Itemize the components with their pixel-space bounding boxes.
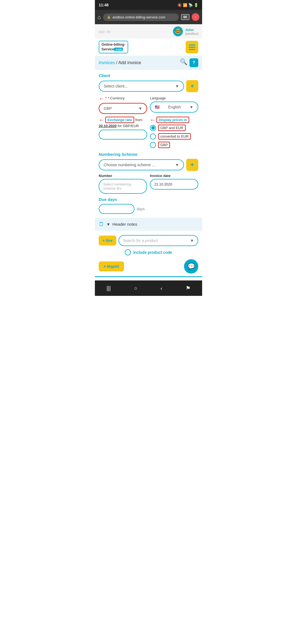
language-value: English bbox=[168, 105, 181, 109]
exchange-section: ← Exchange rate from 20.10.2020 for GBP/… bbox=[99, 117, 198, 148]
menu-button[interactable] bbox=[186, 41, 198, 53]
url-bar[interactable]: 🔒 andbox.online-billing-service.com bbox=[103, 13, 179, 21]
currency-select[interactable]: GBP ▼ bbox=[99, 103, 147, 114]
exchange-date: 20.10.2020 for GBP/EUR bbox=[99, 124, 147, 128]
chat-bubble-button[interactable]: 💬 bbox=[184, 259, 198, 274]
language-label: Language bbox=[150, 96, 166, 100]
add-line-row: + line Search for a product ▼ bbox=[99, 235, 198, 246]
product-search-placeholder: Search for a product bbox=[123, 238, 158, 243]
notes-chevron-icon: ▼ bbox=[106, 222, 110, 227]
numbering-select[interactable]: Choose numbering scheme ... ▼ bbox=[99, 159, 184, 170]
add-line-button[interactable]: + line bbox=[99, 236, 116, 245]
product-search-dropdown[interactable]: Search for a product ▼ bbox=[119, 235, 198, 246]
days-suffix: days bbox=[137, 207, 145, 211]
breadcrumb-invoices-link[interactable]: Invoices bbox=[99, 60, 115, 65]
numbering-label: Numbering Scheme bbox=[99, 152, 198, 157]
add-numbering-button[interactable]: + bbox=[186, 159, 198, 171]
radio-converted-eur[interactable]: converted to EUR bbox=[150, 133, 198, 140]
radio-gbp-eur-circle bbox=[150, 125, 156, 131]
language-select[interactable]: 🇺🇸 English ▼ bbox=[150, 102, 198, 113]
breadcrumb-separator: / bbox=[116, 60, 117, 65]
product-code-radio[interactable] bbox=[125, 249, 131, 255]
add-client-button[interactable]: + bbox=[186, 80, 198, 92]
radio-gbp-eur[interactable]: GBP and EUR bbox=[150, 125, 198, 131]
number-field: Select numbering scheme firs bbox=[99, 179, 147, 194]
add-line-label: + line bbox=[103, 238, 112, 243]
logo: Online-billing-Service.com bbox=[99, 41, 128, 53]
nav-person-icon[interactable]: ⚑ bbox=[186, 285, 191, 291]
search-icon[interactable]: 🔍 bbox=[180, 58, 187, 67]
status-icons: 🔇 📶 📡 🔋 bbox=[177, 3, 198, 7]
product-code-label: include product code bbox=[133, 250, 172, 255]
import-button[interactable]: + Import bbox=[99, 261, 124, 271]
number-date-row: Number Select numbering scheme firs Invo… bbox=[99, 174, 198, 194]
exchange-rate-input[interactable] bbox=[99, 130, 147, 140]
status-time: 11:48 bbox=[99, 3, 109, 7]
radio-gbp[interactable]: GBP bbox=[150, 142, 198, 148]
add-client-icon: + bbox=[191, 83, 194, 90]
breadcrumb-current: Add invoice bbox=[118, 60, 141, 65]
product-search-chevron-icon: ▼ bbox=[190, 238, 194, 243]
client-select[interactable]: Select client... ▼ bbox=[99, 81, 184, 92]
breadcrumb-actions: 🔍 ? bbox=[180, 58, 198, 67]
date-col: Invoice date 21.10.2020 bbox=[150, 174, 198, 194]
currency-value: GBP bbox=[104, 106, 112, 111]
browser-actions: 66 ↑ bbox=[181, 13, 199, 21]
client-chevron-icon: ▼ bbox=[175, 84, 179, 88]
due-days-label: Due days bbox=[99, 197, 198, 202]
add-numbering-icon: + bbox=[191, 161, 194, 168]
breadcrumb-row: Invoices / Add invoice 🔍 ? bbox=[95, 56, 202, 70]
radio-gbp-circle bbox=[150, 142, 156, 148]
display-prices-col: ← Display prices in GBP and EUR converte… bbox=[150, 117, 198, 148]
arrow-exchange-icon: ← bbox=[99, 117, 104, 123]
exchange-rate-label: Exchange rate bbox=[105, 117, 134, 123]
logo-row: Online-billing-Service.com bbox=[95, 39, 202, 56]
radio-converted-eur-label: converted to EUR bbox=[158, 133, 191, 140]
user-name: John bbox=[185, 28, 198, 32]
numbering-row: Choose numbering scheme ... ▼ + bbox=[99, 159, 198, 171]
tab-count[interactable]: 66 bbox=[181, 14, 189, 20]
menu-line-3 bbox=[189, 49, 195, 50]
language-chevron-icon: ▼ bbox=[189, 105, 193, 109]
chat-icon: 💬 bbox=[188, 263, 195, 270]
user-sub: [sandbox] bbox=[185, 32, 198, 35]
mute-icon: 🔇 bbox=[177, 3, 182, 7]
due-days-input[interactable] bbox=[99, 204, 134, 214]
header-notes-row[interactable]: 🗒 ▼ Header notes bbox=[95, 218, 202, 231]
numbering-select-value: Choose numbering scheme ... bbox=[104, 163, 155, 167]
product-code-row[interactable]: include product code bbox=[99, 249, 198, 255]
currency-chevron-icon: ▼ bbox=[138, 106, 142, 111]
client-label: Client bbox=[99, 73, 198, 78]
nav-home-icon[interactable]: ○ bbox=[134, 285, 137, 291]
due-days-row: days bbox=[99, 204, 198, 214]
exchange-left: ← Exchange rate from 20.10.2020 for GBP/… bbox=[99, 117, 147, 140]
help-button[interactable]: ? bbox=[189, 58, 198, 67]
arrow-currency-icon: ← bbox=[99, 95, 104, 102]
app-by-label: app_by bbox=[99, 29, 111, 34]
nav-bar: ||| ○ ‹ ⚑ bbox=[95, 280, 202, 296]
numbering-chevron-icon: ▼ bbox=[175, 163, 179, 167]
language-col: Language 🇺🇸 English ▼ bbox=[150, 95, 198, 114]
home-icon[interactable]: ⌂ bbox=[98, 14, 101, 20]
status-bar: 11:48 🔇 📶 📡 🔋 bbox=[95, 0, 202, 10]
client-select-row: Select client... ▼ + bbox=[99, 80, 198, 92]
upload-button[interactable]: ↑ bbox=[192, 13, 199, 21]
radio-converted-eur-circle bbox=[150, 133, 156, 140]
invoice-date-field[interactable]: 21.10.2020 bbox=[150, 179, 198, 190]
currency-col: ← * Currency GBP ▼ bbox=[99, 95, 147, 114]
invoice-date-label: Invoice date bbox=[150, 174, 198, 178]
radio-gbp-eur-label: GBP and EUR bbox=[158, 125, 186, 131]
nav-back-icon[interactable]: ‹ bbox=[161, 285, 163, 291]
nav-menu-icon[interactable]: ||| bbox=[106, 285, 111, 291]
user-info: 🤓 John [sandbox] bbox=[173, 26, 198, 36]
lock-icon: 🔒 bbox=[107, 15, 111, 19]
user-name-block: John [sandbox] bbox=[185, 28, 198, 35]
notes-icon: 🗒 bbox=[99, 221, 104, 227]
display-prices-label: Display prices in bbox=[156, 117, 189, 123]
main-content: Client Select client... ▼ + ← * Currency… bbox=[95, 70, 202, 280]
import-row: + Import 💬 bbox=[99, 259, 198, 274]
number-col: Number Select numbering scheme firs bbox=[99, 174, 147, 194]
app-header: app_by 🤓 John [sandbox] bbox=[95, 24, 202, 39]
wifi-icon: 📶 bbox=[183, 3, 187, 7]
radio-gbp-label: GBP bbox=[158, 142, 170, 148]
